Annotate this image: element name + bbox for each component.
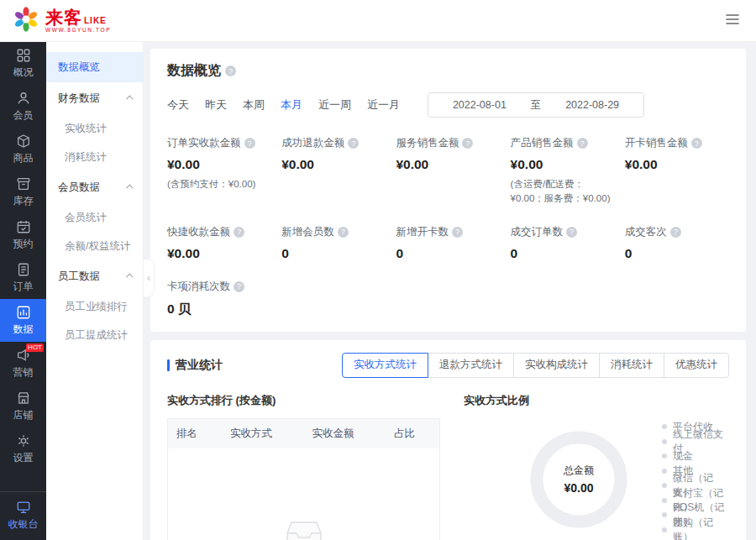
nav-label: 会员 [13,108,34,123]
menu-consume-stats[interactable]: 消耗统计 [46,143,143,171]
stat-new-cards: 新增开卡数? 0 [396,225,500,261]
menu-group-finance: 财务数据 实收统计 消耗统计 [46,82,143,171]
sidebar-collapse-button[interactable]: ‹ [144,259,155,297]
stat-label: 成交客次 [625,225,667,239]
stat-label: 卡项消耗次数 [167,280,230,294]
help-icon[interactable]: ? [234,227,244,238]
help-icon[interactable]: ? [577,138,588,149]
date-range-picker[interactable]: 2022-08-01 至 2022-08-29 [428,92,644,118]
cash-register-icon [16,500,31,515]
menu-balance-stats[interactable]: 余额/权益统计 [46,232,143,260]
nav-label: 设置 [13,451,34,465]
legend-dot-icon [662,453,667,459]
stat-value: 0 [396,246,500,261]
tab-receipt-composition-stats[interactable]: 实收构成统计 [513,353,600,378]
menu-group-staff-header[interactable]: 员工数据 [46,260,143,292]
legend-dot-icon [662,512,667,517]
legend-label: 现金 [673,449,693,464]
nav-label: 预约 [13,237,34,251]
tab-consume-stats[interactable]: 消耗统计 [599,353,664,378]
stat-value: ¥0.00 [167,157,271,172]
nav-goods[interactable]: 商品 [0,128,46,170]
date-end: 2022-08-29 [565,99,619,111]
menu-received-stats[interactable]: 实收统计 [46,114,143,143]
stat-service-sales: 服务销售金额? ¥0.00 [396,136,500,207]
date-tab-this-week[interactable]: 本周 [243,97,265,113]
legend-dot-icon [662,439,667,444]
chart-legend: 平台代收 线上微信支付 现金 其他 微信（记账） 支付宝（记账） POS机（记账… [662,420,729,537]
help-icon[interactable]: ? [566,227,577,238]
help-icon[interactable]: ? [691,138,702,149]
hot-badge: HOT [26,343,44,352]
col-method: 实收方式 [222,419,304,448]
stat-new-members: 新增会员数? 0 [281,225,386,261]
accent-bar [167,359,170,371]
nav-cashier[interactable]: 收银台 [0,491,46,540]
stat-note: (含预约支付：¥0.00) [167,177,271,191]
nav-stock[interactable]: 库存 [0,170,46,213]
stats-tab-group: 实收方式统计 退款方式统计 实收构成统计 消耗统计 优惠统计 [342,353,729,378]
help-icon[interactable]: ? [452,227,463,238]
brand-logo[interactable]: 来客LIKE WWW.8GYUN.TOP [12,5,111,37]
menu-group-finance-header[interactable]: 财务数据 [46,82,143,114]
tab-receipt-method-stats[interactable]: 实收方式统计 [342,353,428,378]
help-icon[interactable]: ? [670,227,681,238]
nav-orders[interactable]: 订单 [0,256,46,299]
help-icon[interactable]: ? [348,138,359,149]
stat-value: 0 [511,246,615,261]
menu-data-overview[interactable]: 数据概览 [46,52,143,82]
stat-label: 新增开卡数 [396,225,449,239]
date-filter-row: 今天 昨天 本周 本月 近一周 近一月 2022-08-01 至 2022-08… [167,92,729,118]
legend-item: 线上微信支付 [662,434,729,449]
hamburger-menu-icon[interactable] [724,11,741,31]
date-tab-today[interactable]: 今天 [167,97,189,113]
legend-dot-icon [662,483,667,488]
date-tab-this-month[interactable]: 本月 [281,97,302,113]
tab-refund-method-stats[interactable]: 退款方式统计 [428,353,514,378]
stat-card-consume-times: 卡项消耗次数? 0 贝 [167,280,271,318]
stat-label: 新增会员数 [281,225,334,239]
stat-value: ¥0.00 [167,246,271,261]
help-icon[interactable]: ? [225,66,236,76]
stat-value: ¥0.00 [625,157,729,172]
stats-grid: 订单实收款金额? ¥0.00 (含预约支付：¥0.00) 成功退款金额? ¥0.… [167,136,729,318]
menu-group-label: 会员数据 [58,181,100,195]
nav-label: 店铺 [13,408,34,422]
rank-table: 排名 实收方式 实收金额 占比 [167,418,440,540]
date-tab-last-7-days[interactable]: 近一周 [318,97,351,113]
date-tab-last-30-days[interactable]: 近一月 [367,97,400,113]
nav-data[interactable]: 数据 [0,299,46,342]
menu-staff-commission[interactable]: 员工提成统计 [46,321,143,349]
help-icon[interactable]: ? [234,281,244,292]
top-bar: 来客LIKE WWW.8GYUN.TOP [0,0,756,42]
menu-staff-rank[interactable]: 员工业绩排行 [46,292,143,321]
nav-overview[interactable]: 概况 [0,42,46,85]
nav-settings[interactable]: 设置 [0,427,46,470]
help-icon[interactable]: ? [462,138,473,149]
brand-name: 来客LIKE [45,8,111,26]
primary-sidebar: 概况 会员 商品 库存 预约 订单 [0,42,46,540]
receipt-rank-panel: 实收方式排行 (按金额) 排名 实收方式 实收金额 占比 [167,393,440,540]
legend-label: 团购（记账） [673,516,729,540]
nav-marketing[interactable]: HOT 营销 [0,342,46,385]
stat-product-sales: 产品销售金额? ¥0.00 (含运费/配送费：¥0.00；服务费：¥0.00) [511,136,615,207]
brand-url: WWW.8GYUN.TOP [45,28,111,34]
empty-state: 暂无数据 [168,448,439,540]
donut-center-label: 总金额 [564,464,594,478]
col-rank: 排名 [168,419,222,448]
nav-label: 商品 [13,151,34,165]
menu-member-stats[interactable]: 会员统计 [46,203,143,232]
stat-value: ¥0.00 [396,157,500,172]
stat-deal-customers: 成交客次? 0 [625,225,729,261]
help-icon[interactable]: ? [338,227,349,238]
nav-members[interactable]: 会员 [0,85,46,128]
nav-label: 营销 [13,365,34,380]
help-icon[interactable]: ? [244,138,255,149]
tab-discount-stats[interactable]: 优惠统计 [664,353,729,378]
app-window: 来客LIKE WWW.8GYUN.TOP 概况 会员 商品 [0,0,756,540]
nav-shop[interactable]: 店铺 [0,385,46,427]
menu-group-member-header[interactable]: 会员数据 [46,171,143,203]
nav-booking[interactable]: 预约 [0,213,46,256]
date-tab-yesterday[interactable]: 昨天 [205,97,227,113]
col-ratio: 占比 [386,419,439,448]
